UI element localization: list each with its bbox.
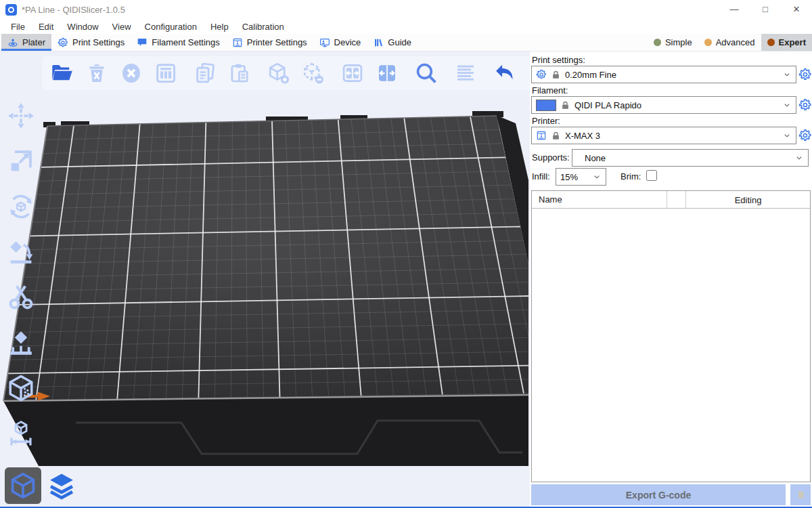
- tabbar-spacer: [418, 34, 648, 51]
- variable-layer-height-icon[interactable]: [452, 60, 479, 87]
- filament-value: QIDI PLA Rapido: [574, 100, 641, 110]
- split-objects-icon[interactable]: [339, 60, 366, 87]
- rotate-tool-icon[interactable]: [5, 191, 37, 222]
- cube-icon: [8, 471, 38, 501]
- place-on-face-tool-icon[interactable]: [5, 236, 37, 268]
- menu-window[interactable]: Window: [60, 22, 105, 32]
- layers-icon: [47, 471, 76, 501]
- filament-combo[interactable]: QIDI PLA Rapido: [531, 96, 796, 114]
- print-settings-combo[interactable]: 0.20mm Fine: [531, 66, 796, 83]
- search-icon[interactable]: [413, 60, 440, 87]
- delete-icon[interactable]: [83, 60, 110, 87]
- mode-simple[interactable]: Simple: [648, 34, 698, 51]
- scale-tool-icon[interactable]: [5, 146, 37, 177]
- view-mode-switch: [5, 467, 80, 504]
- lock-icon: [551, 70, 561, 80]
- object-list-table: Name Editing: [531, 190, 811, 482]
- preview-button[interactable]: [43, 467, 80, 504]
- simple-mode-dot-icon: [654, 39, 661, 46]
- lock-icon: [560, 100, 570, 110]
- tab-print-settings[interactable]: Print Settings: [51, 34, 131, 51]
- tab-plater[interactable]: Plater: [1, 34, 51, 51]
- print-settings-label: Print settings:: [532, 55, 585, 65]
- filament-gear-button[interactable]: [798, 98, 812, 112]
- books-icon: [373, 37, 384, 48]
- printer-icon: [232, 37, 243, 48]
- chevron-down-icon: [782, 131, 792, 140]
- chevron-down-icon: [794, 153, 804, 163]
- add-instance-icon[interactable]: [265, 60, 292, 87]
- brim-checkbox[interactable]: [646, 170, 657, 181]
- top-toolbar: [42, 56, 530, 90]
- export-to-sd-button[interactable]: [790, 484, 811, 505]
- minimize-button[interactable]: —: [719, 0, 750, 19]
- menu-file[interactable]: File: [4, 22, 32, 32]
- tab-guide[interactable]: Guide: [367, 34, 418, 51]
- app-window: *PA Line - QIDISlicer-1.0.5 — □ ✕ File E…: [0, 0, 812, 508]
- menu-configuration[interactable]: Configuration: [138, 22, 204, 32]
- maximize-button[interactable]: □: [750, 0, 781, 19]
- printer-base: [3, 394, 528, 466]
- bed-sheen: [3, 116, 528, 401]
- main-area: Print settings: 0.20mm Fine Filament: QI…: [0, 51, 812, 507]
- object-list-header: Name Editing: [532, 191, 810, 209]
- chevron-down-icon: [782, 100, 792, 110]
- arrange-icon[interactable]: [152, 60, 179, 87]
- mode-advanced[interactable]: Advanced: [698, 34, 761, 51]
- split-parts-icon[interactable]: [374, 60, 401, 87]
- infill-value: 15%: [560, 172, 578, 182]
- titlebar: *PA Line - QIDISlicer-1.0.5 — □ ✕: [0, 0, 812, 19]
- menu-edit[interactable]: Edit: [32, 22, 60, 32]
- supports-value: None: [585, 153, 606, 163]
- scene-3d[interactable]: [0, 51, 530, 507]
- expert-mode-dot-icon: [767, 39, 775, 46]
- paste-icon[interactable]: [226, 60, 253, 87]
- print-settings-gear-button[interactable]: [798, 68, 812, 81]
- undo-icon[interactable]: [491, 60, 518, 87]
- 3d-editor-view-button[interactable]: [5, 467, 41, 504]
- print-settings-value: 0.20mm Fine: [565, 70, 616, 80]
- printer-combo[interactable]: X-MAX 3: [531, 127, 796, 144]
- filament-color-swatch: [536, 100, 556, 111]
- gear-icon: [536, 69, 547, 80]
- close-button[interactable]: ✕: [781, 0, 812, 19]
- measure-tool-icon[interactable]: [5, 418, 37, 449]
- fuzzy-skin-tool-icon[interactable]: [5, 373, 37, 404]
- extruder-column-header: [667, 191, 686, 209]
- tab-filament-settings[interactable]: Filament Settings: [131, 34, 225, 51]
- move-tool-icon[interactable]: [5, 100, 37, 131]
- remove-instance-icon[interactable]: [300, 60, 327, 87]
- monitor-icon: [319, 37, 330, 48]
- cut-tool-icon[interactable]: [5, 282, 37, 313]
- app-logo-icon: [5, 4, 17, 16]
- menu-calibration[interactable]: Calibration: [235, 22, 291, 32]
- tab-printer-settings[interactable]: Printer Settings: [226, 34, 313, 51]
- window-title: *PA Line - QIDISlicer-1.0.5: [22, 5, 125, 15]
- sidebar: Print settings: 0.20mm Fine Filament: QI…: [530, 51, 812, 507]
- plater-icon: [7, 37, 18, 48]
- printer-value: X-MAX 3: [565, 131, 600, 141]
- open-project-icon[interactable]: [49, 60, 76, 87]
- lock-icon: [551, 131, 561, 141]
- menu-view[interactable]: View: [106, 22, 138, 32]
- supports-label: Supports:: [532, 152, 570, 163]
- tab-device[interactable]: Device: [313, 34, 367, 51]
- printer-gear-button[interactable]: [798, 129, 812, 142]
- printer-icon: [536, 130, 547, 141]
- infill-label: Infill:: [532, 171, 550, 182]
- editing-column-header: Editing: [686, 195, 810, 205]
- viewport-3d[interactable]: [0, 51, 530, 507]
- name-column-header: Name: [532, 191, 667, 209]
- sd-card-icon: [796, 490, 806, 500]
- gear-icon: [58, 37, 68, 48]
- tabbar: Plater Print Settings Filament Settings …: [0, 34, 812, 51]
- brim-label: Brim:: [621, 171, 641, 182]
- infill-combo[interactable]: 15%: [556, 168, 606, 186]
- copy-icon[interactable]: [191, 60, 219, 87]
- paint-supports-tool-icon[interactable]: [5, 327, 37, 358]
- mode-expert[interactable]: Expert: [761, 34, 812, 51]
- supports-combo[interactable]: None: [572, 149, 809, 167]
- delete-all-icon[interactable]: [118, 60, 145, 87]
- menu-help[interactable]: Help: [204, 22, 235, 32]
- export-gcode-button[interactable]: Export G-code: [531, 484, 786, 505]
